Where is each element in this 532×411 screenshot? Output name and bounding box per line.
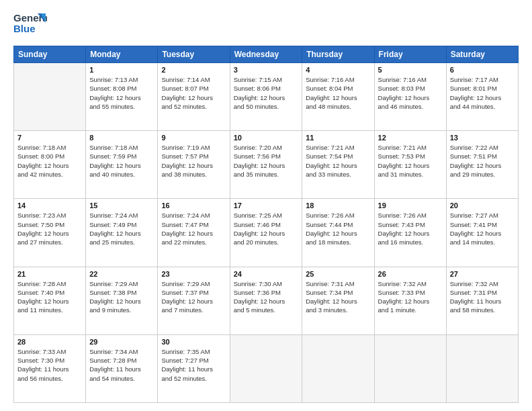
day-info: Sunrise: 7:21 AM Sunset: 7:54 PM Dayligh… bbox=[306, 143, 370, 179]
calendar-day-cell: 3Sunrise: 7:15 AM Sunset: 8:06 PM Daylig… bbox=[230, 63, 302, 131]
day-number: 9 bbox=[161, 134, 226, 142]
calendar-day-cell: 1Sunrise: 7:13 AM Sunset: 8:08 PM Daylig… bbox=[86, 63, 158, 131]
day-number: 2 bbox=[161, 66, 226, 74]
day-info: Sunrise: 7:13 AM Sunset: 8:08 PM Dayligh… bbox=[89, 75, 154, 111]
calendar-day-cell: 29Sunrise: 7:34 AM Sunset: 7:28 PM Dayli… bbox=[86, 334, 158, 402]
day-number: 18 bbox=[306, 201, 370, 210]
day-number: 10 bbox=[234, 134, 299, 142]
day-info: Sunrise: 7:34 AM Sunset: 7:28 PM Dayligh… bbox=[89, 347, 154, 383]
calendar-day-cell: 26Sunrise: 7:32 AM Sunset: 7:33 PM Dayli… bbox=[374, 267, 446, 334]
calendar-week-row: 1Sunrise: 7:13 AM Sunset: 8:08 PM Daylig… bbox=[14, 63, 519, 131]
calendar-week-row: 7Sunrise: 7:18 AM Sunset: 8:00 PM Daylig… bbox=[14, 131, 519, 199]
day-number: 20 bbox=[450, 201, 515, 210]
calendar-day-cell bbox=[446, 334, 518, 402]
calendar-day-cell: 27Sunrise: 7:32 AM Sunset: 7:31 PM Dayli… bbox=[446, 267, 518, 334]
day-number: 11 bbox=[306, 134, 370, 142]
day-info: Sunrise: 7:23 AM Sunset: 7:50 PM Dayligh… bbox=[17, 211, 82, 246]
calendar-day-cell: 20Sunrise: 7:27 AM Sunset: 7:41 PM Dayli… bbox=[446, 199, 518, 267]
calendar-day-cell: 24Sunrise: 7:30 AM Sunset: 7:36 PM Dayli… bbox=[230, 267, 302, 334]
day-info: Sunrise: 7:29 AM Sunset: 7:37 PM Dayligh… bbox=[161, 279, 226, 315]
calendar-day-cell: 8Sunrise: 7:18 AM Sunset: 7:59 PM Daylig… bbox=[86, 131, 158, 199]
logo: GeneralBlue bbox=[13, 11, 47, 39]
day-info: Sunrise: 7:25 AM Sunset: 7:46 PM Dayligh… bbox=[234, 211, 299, 246]
day-number: 30 bbox=[161, 338, 226, 346]
day-number: 4 bbox=[306, 66, 370, 74]
calendar-day-cell: 30Sunrise: 7:35 AM Sunset: 7:27 PM Dayli… bbox=[158, 334, 230, 402]
calendar-day-cell: 6Sunrise: 7:17 AM Sunset: 8:01 PM Daylig… bbox=[446, 63, 518, 131]
day-number: 1 bbox=[89, 66, 154, 74]
weekday-header: Tuesday bbox=[158, 46, 230, 63]
day-info: Sunrise: 7:24 AM Sunset: 7:47 PM Dayligh… bbox=[161, 211, 226, 246]
calendar-day-cell: 5Sunrise: 7:16 AM Sunset: 8:03 PM Daylig… bbox=[374, 63, 446, 131]
weekday-header: Sunday bbox=[14, 46, 86, 63]
calendar-week-row: 21Sunrise: 7:28 AM Sunset: 7:40 PM Dayli… bbox=[14, 267, 519, 334]
calendar-week-row: 14Sunrise: 7:23 AM Sunset: 7:50 PM Dayli… bbox=[14, 199, 519, 267]
day-number: 27 bbox=[450, 270, 515, 278]
day-number: 19 bbox=[378, 201, 443, 210]
day-info: Sunrise: 7:33 AM Sunset: 7:30 PM Dayligh… bbox=[17, 347, 82, 383]
day-number: 16 bbox=[161, 201, 226, 210]
calendar-day-cell bbox=[14, 63, 86, 131]
day-info: Sunrise: 7:32 AM Sunset: 7:31 PM Dayligh… bbox=[450, 279, 515, 315]
calendar-day-cell: 22Sunrise: 7:29 AM Sunset: 7:38 PM Dayli… bbox=[86, 267, 158, 334]
day-number: 15 bbox=[89, 201, 154, 210]
day-info: Sunrise: 7:15 AM Sunset: 8:06 PM Dayligh… bbox=[234, 75, 299, 111]
day-info: Sunrise: 7:14 AM Sunset: 8:07 PM Dayligh… bbox=[161, 75, 226, 111]
day-number: 29 bbox=[89, 338, 154, 346]
day-info: Sunrise: 7:32 AM Sunset: 7:33 PM Dayligh… bbox=[378, 279, 443, 315]
calendar-day-cell: 12Sunrise: 7:21 AM Sunset: 7:53 PM Dayli… bbox=[374, 131, 446, 199]
day-number: 3 bbox=[234, 66, 299, 74]
day-number: 8 bbox=[89, 134, 154, 142]
day-number: 17 bbox=[234, 201, 299, 210]
day-number: 12 bbox=[378, 134, 443, 142]
day-number: 25 bbox=[306, 270, 370, 278]
day-info: Sunrise: 7:19 AM Sunset: 7:57 PM Dayligh… bbox=[161, 143, 226, 179]
calendar-day-cell bbox=[302, 334, 374, 402]
day-number: 13 bbox=[450, 134, 515, 142]
day-number: 24 bbox=[234, 270, 299, 278]
calendar-day-cell: 19Sunrise: 7:26 AM Sunset: 7:43 PM Dayli… bbox=[374, 199, 446, 267]
day-info: Sunrise: 7:17 AM Sunset: 8:01 PM Dayligh… bbox=[450, 75, 515, 111]
day-info: Sunrise: 7:35 AM Sunset: 7:27 PM Dayligh… bbox=[161, 347, 226, 383]
day-info: Sunrise: 7:26 AM Sunset: 7:44 PM Dayligh… bbox=[306, 211, 370, 246]
calendar-day-cell bbox=[374, 334, 446, 402]
day-number: 21 bbox=[17, 270, 82, 278]
day-info: Sunrise: 7:20 AM Sunset: 7:56 PM Dayligh… bbox=[234, 143, 299, 179]
day-number: 5 bbox=[378, 66, 443, 74]
calendar-day-cell: 23Sunrise: 7:29 AM Sunset: 7:37 PM Dayli… bbox=[158, 267, 230, 334]
day-info: Sunrise: 7:29 AM Sunset: 7:38 PM Dayligh… bbox=[89, 279, 154, 315]
weekday-header: Saturday bbox=[446, 46, 518, 63]
day-info: Sunrise: 7:31 AM Sunset: 7:34 PM Dayligh… bbox=[306, 279, 370, 315]
day-info: Sunrise: 7:16 AM Sunset: 8:04 PM Dayligh… bbox=[306, 75, 370, 111]
day-info: Sunrise: 7:24 AM Sunset: 7:49 PM Dayligh… bbox=[89, 211, 154, 246]
day-info: Sunrise: 7:26 AM Sunset: 7:43 PM Dayligh… bbox=[378, 211, 443, 246]
day-info: Sunrise: 7:27 AM Sunset: 7:41 PM Dayligh… bbox=[450, 211, 515, 246]
page-header: GeneralBlue bbox=[13, 11, 519, 39]
calendar-day-cell bbox=[230, 334, 302, 402]
calendar-day-cell: 15Sunrise: 7:24 AM Sunset: 7:49 PM Dayli… bbox=[86, 199, 158, 267]
logo-svg: GeneralBlue bbox=[13, 11, 47, 39]
day-info: Sunrise: 7:28 AM Sunset: 7:40 PM Dayligh… bbox=[17, 279, 82, 315]
calendar-table: SundayMondayTuesdayWednesdayThursdayFrid… bbox=[13, 46, 519, 403]
day-number: 26 bbox=[378, 270, 443, 278]
weekday-header: Thursday bbox=[302, 46, 374, 63]
calendar-day-cell: 25Sunrise: 7:31 AM Sunset: 7:34 PM Dayli… bbox=[302, 267, 374, 334]
day-number: 6 bbox=[450, 66, 515, 74]
calendar-day-cell: 2Sunrise: 7:14 AM Sunset: 8:07 PM Daylig… bbox=[158, 63, 230, 131]
calendar-day-cell: 14Sunrise: 7:23 AM Sunset: 7:50 PM Dayli… bbox=[14, 199, 86, 267]
weekday-header: Wednesday bbox=[230, 46, 302, 63]
calendar-day-cell: 4Sunrise: 7:16 AM Sunset: 8:04 PM Daylig… bbox=[302, 63, 374, 131]
day-info: Sunrise: 7:21 AM Sunset: 7:53 PM Dayligh… bbox=[378, 143, 443, 179]
day-number: 7 bbox=[17, 134, 82, 142]
day-info: Sunrise: 7:16 AM Sunset: 8:03 PM Dayligh… bbox=[378, 75, 443, 111]
calendar-day-cell: 21Sunrise: 7:28 AM Sunset: 7:40 PM Dayli… bbox=[14, 267, 86, 334]
day-info: Sunrise: 7:30 AM Sunset: 7:36 PM Dayligh… bbox=[234, 279, 299, 315]
calendar-day-cell: 16Sunrise: 7:24 AM Sunset: 7:47 PM Dayli… bbox=[158, 199, 230, 267]
calendar-day-cell: 18Sunrise: 7:26 AM Sunset: 7:44 PM Dayli… bbox=[302, 199, 374, 267]
day-number: 28 bbox=[17, 338, 82, 346]
day-info: Sunrise: 7:18 AM Sunset: 8:00 PM Dayligh… bbox=[17, 143, 82, 179]
calendar-day-cell: 7Sunrise: 7:18 AM Sunset: 8:00 PM Daylig… bbox=[14, 131, 86, 199]
day-number: 22 bbox=[89, 270, 154, 278]
weekday-header: Monday bbox=[86, 46, 158, 63]
calendar-header-row: SundayMondayTuesdayWednesdayThursdayFrid… bbox=[14, 46, 519, 63]
